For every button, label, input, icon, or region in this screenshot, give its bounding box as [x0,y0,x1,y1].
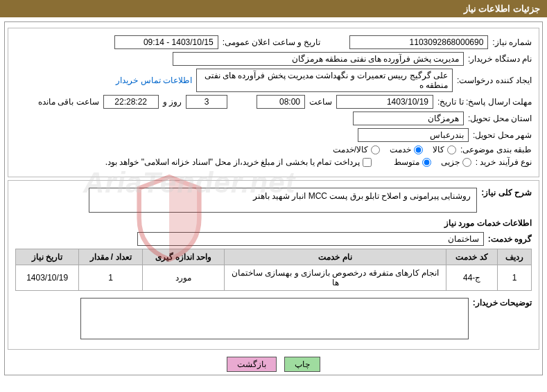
th-name: نام خدمت [225,249,446,265]
label-days-and: روز و [163,97,182,107]
header-title: جزئیات اطلاعات نیاز [464,3,540,14]
payment-note: پرداخت تمام یا بخشی از مبلغ خرید،از محل … [105,157,360,167]
radio-goods-input[interactable] [447,145,456,154]
table-header-row: ردیف کد خدمت نام خدمت واحد اندازه گیری ت… [16,249,532,265]
th-row: ردیف [498,249,532,265]
value-deadline-date: 1403/10/19 [336,95,433,109]
label-buyer-notes: توضیحات خریدار: [473,298,532,308]
table-row: 1 ج-44 انجام کارهای متفرقه درخصوص بازساز… [16,265,532,291]
row-general-desc: شرح کلی نیاز: روشنایی پیرامونی و اصلاح ت… [15,188,532,213]
label-city: شهر محل تحویل: [473,130,532,140]
button-row: چاپ بازگشت [8,357,539,372]
label-service-group: گروه خدمت: [488,234,532,244]
print-button[interactable]: چاپ [284,357,320,372]
row-city: شهر محل تحویل: بندرعباس [15,128,532,142]
value-deadline-time: 08:00 [257,95,305,109]
value-need-number: 1103092868000690 [349,35,488,49]
label-need-number: شماره نیاز: [492,37,532,47]
buyer-notes-textarea[interactable] [80,298,469,339]
td-row: 1 [498,265,532,291]
th-qty: تعداد / مقدار [79,249,142,265]
radio-medium-input[interactable] [422,158,431,167]
radio-medium[interactable]: متوسط [394,157,431,167]
radio-service[interactable]: خدمت [390,145,423,154]
th-unit: واحد اندازه گیری [142,249,224,265]
purchase-type-radio-group: جزیی متوسط [394,157,471,167]
payment-checkbox-item[interactable]: پرداخت تمام یا بخشی از مبلغ خرید،از محل … [105,157,372,167]
value-service-group: ساختمان [137,232,484,246]
service-table: ردیف کد خدمت نام خدمت واحد اندازه گیری ت… [15,249,532,291]
td-code: ج-44 [446,265,498,291]
label-category: طبقه بندی موضوعی: [460,145,532,154]
service-info-title: اطلاعات خدمات مورد نیاز [15,218,532,228]
desc-panel: شرح کلی نیاز: روشنایی پیرامونی و اصلاح ت… [8,180,539,350]
row-category: طبقه بندی موضوعی: کالا خدمت کالا/خدمت [15,145,532,154]
td-name: انجام کارهای متفرقه درخصوص بازسازی و بهس… [225,265,446,291]
label-hour: ساعت [309,97,332,107]
row-province: استان محل تحویل: هرمزگان [15,112,532,125]
info-panel: شماره نیاز: 1103092868000690 تاریخ و ساع… [8,28,539,177]
radio-goods[interactable]: کالا [433,145,456,154]
radio-partial-input[interactable] [462,158,471,167]
radio-partial[interactable]: جزیی [441,157,471,167]
buyer-contact-link[interactable]: اطلاعات تماس خریدار [116,75,192,85]
value-general-desc: روشنایی پیرامونی و اصلاح تابلو برق پست M… [89,188,477,213]
value-province: هرمزگان [353,112,464,125]
value-buyer-device: مدیریت پخش فرآورده های نفتی منطقه هرمزگا… [173,52,464,66]
label-general-desc: شرح کلی نیاز: [481,188,532,197]
row-request-creator: ایجاد کننده درخواست: علی گرگیج رییس تعمی… [15,69,532,92]
value-city: بندرعباس [358,128,469,142]
category-radio-group: کالا خدمت کالا/خدمت [333,145,456,154]
value-time-left: 22:28:22 [103,95,159,109]
label-remaining: ساعت باقی مانده [38,97,99,107]
value-announce-datetime: 1403/10/15 - 09:14 [114,35,218,49]
row-buyer-notes: توضیحات خریدار: [15,298,532,339]
radio-goods-service-input[interactable] [371,145,380,154]
radio-service-input[interactable] [414,145,423,154]
row-service-group: گروه خدمت: ساختمان [15,232,532,246]
label-buyer-device: نام دستگاه خریدار: [468,54,532,64]
value-days-left: 3 [186,95,227,109]
th-code: کد خدمت [446,249,498,265]
radio-goods-service[interactable]: کالا/خدمت [333,145,380,154]
label-request-creator: ایجاد کننده درخواست: [457,75,532,85]
label-purchase-type: نوع فرآیند خرید : [476,157,532,167]
row-buyer-device: نام دستگاه خریدار: مدیریت پخش فرآورده ها… [15,52,532,66]
value-request-creator: علی گرگیج رییس تعمیرات و نگهداشت مدیریت … [196,69,453,92]
row-deadline: مهلت ارسال پاسخ: تا تاریخ: 1403/10/19 سا… [15,95,532,109]
page-header: جزئیات اطلاعات نیاز [0,0,547,17]
td-unit: مورد [142,265,224,291]
th-date: تاریخ نیاز [16,249,79,265]
row-purchase-type: نوع فرآیند خرید : جزیی متوسط پرداخت تمام… [15,157,532,167]
row-need-number: شماره نیاز: 1103092868000690 تاریخ و ساع… [15,35,532,49]
label-announce-datetime: تاریخ و ساعت اعلان عمومی: [223,37,321,47]
td-date: 1403/10/19 [16,265,79,291]
label-deadline: مهلت ارسال پاسخ: تا تاریخ: [437,97,532,107]
back-button[interactable]: بازگشت [227,357,277,372]
payment-checkbox[interactable] [363,158,372,167]
main-container: شماره نیاز: 1103092868000690 تاریخ و ساع… [4,21,543,375]
label-province: استان محل تحویل: [468,114,532,123]
td-qty: 1 [79,265,142,291]
